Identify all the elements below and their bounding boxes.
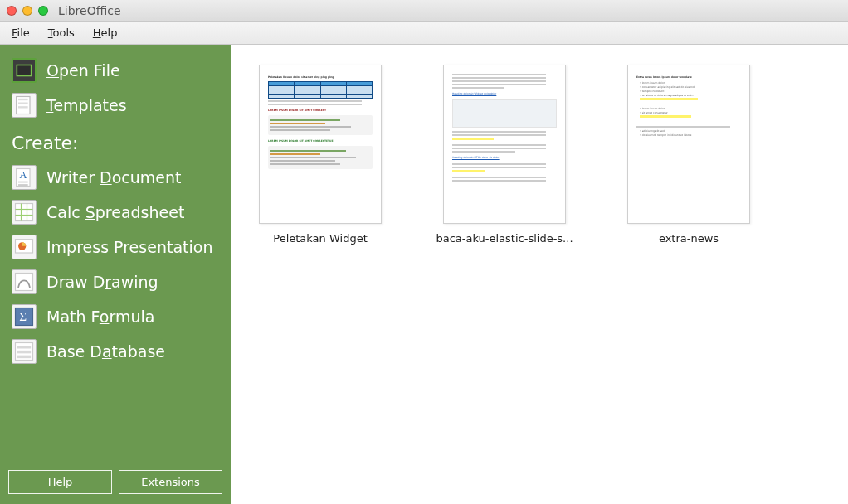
menu-file[interactable]: File [5,24,37,41]
document-label: Peletakan Widget [273,232,367,245]
svg-rect-8 [18,184,28,186]
svg-rect-20 [17,346,31,349]
create-base[interactable]: Base Database [8,334,222,369]
recent-document[interactable]: Peletakan lipsum dolor sit amet ping pin… [254,65,387,245]
svg-rect-4 [18,106,28,108]
draw-icon [12,269,37,294]
writer-icon: A [12,165,37,190]
svg-rect-2 [18,99,28,100]
create-label: Create: [8,123,222,160]
help-button[interactable]: Help [8,470,112,494]
document-thumbnail: Peletakan lipsum dolor sit amet ping pin… [259,65,382,224]
document-label: extra-news [659,232,719,245]
create-impress[interactable]: Impress Presentation [8,230,222,264]
calc-icon [12,200,37,225]
document-thumbnail: Extra news lorem ipsum dolor template • … [627,65,750,224]
base-icon [12,339,37,364]
svg-rect-21 [17,351,31,354]
templates-action[interactable]: Templates [8,88,222,123]
maximize-window-button[interactable] [38,6,48,16]
document-label: baca-aku-elastic-slide-s... [436,232,573,245]
menu-tools[interactable]: Tools [41,24,81,41]
open-file-action[interactable]: Open File [8,53,222,88]
create-math[interactable]: Σ Math Formula [8,299,222,334]
svg-rect-9 [16,204,33,221]
window-controls [7,6,48,16]
close-window-button[interactable] [7,6,17,16]
menu-help[interactable]: Help [86,24,124,41]
minimize-window-button[interactable] [22,6,32,16]
recent-document[interactable]: Extra news lorem ipsum dolor template • … [622,65,755,245]
open-file-icon [12,58,37,83]
svg-rect-3 [18,103,28,104]
window-title: LibreOffice [58,4,121,17]
create-draw[interactable]: Draw Drawing [8,264,222,299]
impress-icon [12,235,37,259]
menu-file-rest: ile [17,27,30,39]
create-calc[interactable]: Calc Spreadsheet [8,195,222,230]
templates-icon [12,93,37,118]
svg-rect-16 [16,274,33,291]
svg-text:Σ: Σ [19,309,27,323]
sidebar: Open File Templates Create: A Writer Doc… [0,45,231,504]
create-writer[interactable]: A Writer Document [8,160,222,195]
main-area: Open File Templates Create: A Writer Doc… [0,45,848,504]
svg-rect-0 [17,65,31,76]
math-icon: Σ [12,304,37,329]
document-thumbnail: Heading dolor sit Widget dolordolor Head… [443,65,566,224]
svg-text:A: A [19,169,27,181]
window-titlebar: LibreOffice [0,0,848,22]
recent-document[interactable]: Heading dolor sit Widget dolordolor Head… [438,65,571,245]
svg-rect-22 [17,356,31,359]
recent-documents-area: Peletakan lipsum dolor sit amet ping pin… [231,45,848,504]
extensions-button[interactable]: Extensions [119,470,222,494]
svg-rect-7 [18,182,28,183]
sidebar-bottom-buttons: Help Extensions [8,470,222,496]
menubar: File Tools Help [0,22,848,45]
